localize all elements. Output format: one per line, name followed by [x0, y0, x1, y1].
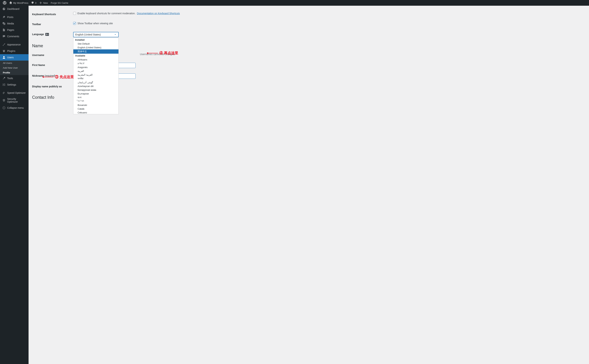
language-option[interactable]: العربية المغربية [73, 73, 119, 77]
plug-icon [2, 49, 6, 53]
sidebar-item-dashboard[interactable]: Dashboard [0, 6, 29, 12]
language-option[interactable]: Afrikaans [73, 58, 119, 61]
language-option[interactable]: Беларуская мова [73, 88, 119, 92]
purge-label: Purge SG Cache [51, 2, 68, 4]
wordpress-logo-icon [3, 1, 7, 5]
language-option[interactable]: অসমীয়া [73, 77, 119, 81]
username-label: Username [32, 50, 71, 60]
translate-icon: 文A [45, 33, 49, 36]
sidebar-label: Speed Optimizer [7, 91, 26, 94]
main-content: ③ 先点这里 ④ 再点这里 Keyboard Shortcuts Enable … [29, 6, 589, 364]
language-option[interactable]: Català [73, 107, 119, 111]
media-icon [2, 22, 6, 25]
language-option[interactable]: አማርኛ [73, 61, 119, 65]
plus-icon [39, 1, 42, 4]
toolbar-text: Show Toolbar when viewing site [77, 22, 113, 25]
users-submenu: All Users Add New User Profile [0, 61, 29, 75]
toolbar-checkbox[interactable] [73, 22, 76, 25]
language-option[interactable]: Site Default [73, 42, 119, 46]
new-item[interactable]: New [38, 0, 49, 6]
display-name-label: Display name publicly as [32, 81, 71, 91]
sidebar-item-users[interactable]: Users [0, 54, 29, 61]
sidebar-label: Settings [7, 83, 16, 86]
admin-toolbar: My WordPress 0 New Purge SG Cache [0, 0, 589, 6]
admin-sidebar: Dashboard Posts Media Pages Comments App… [0, 6, 29, 364]
home-icon [9, 1, 12, 4]
sidebar-label: Plugins [7, 50, 15, 52]
sidebar-label: Comments [7, 35, 19, 38]
sidebar-label: Security Optimizer [7, 98, 26, 103]
selected-language: English (United States) [75, 33, 101, 36]
sidebar-item-security[interactable]: Security Optimizer [0, 96, 29, 105]
username-note: Usernames cannot be changed. [140, 53, 175, 56]
wp-logo-item[interactable] [1, 0, 8, 6]
sidebar-item-plugins[interactable]: Plugins [0, 48, 29, 54]
purge-cache-item[interactable]: Purge SG Cache [49, 0, 70, 6]
sidebar-item-tools[interactable]: Tools [0, 75, 29, 81]
submenu-add-user[interactable]: Add New User [0, 65, 29, 70]
language-option[interactable]: বাংলা [73, 96, 119, 99]
sidebar-label: Collapse menu [7, 106, 24, 109]
language-select[interactable]: English (United States) Installed Site D… [73, 32, 119, 37]
sidebar-item-media[interactable]: Media [0, 20, 29, 27]
comment-icon [31, 1, 34, 4]
language-option[interactable]: English (United States) [73, 46, 119, 49]
shield-icon [2, 98, 6, 102]
comments-item[interactable]: 0 [30, 0, 38, 6]
page-icon [2, 28, 6, 32]
sliders-icon [2, 83, 6, 86]
sidebar-label: Appearance [7, 43, 21, 46]
submenu-all-users[interactable]: All Users [0, 61, 29, 65]
brush-icon [2, 43, 6, 46]
site-name-item[interactable]: My WordPress [8, 0, 30, 6]
language-option[interactable]: 简体中文 [73, 49, 119, 54]
optgroup-available: Available [73, 54, 119, 58]
user-icon [2, 56, 6, 59]
language-select-display[interactable]: English (United States) [73, 32, 119, 37]
sidebar-label: Users [7, 56, 14, 59]
sidebar-item-comments[interactable]: Comments [0, 33, 29, 39]
site-name-text: My WordPress [13, 2, 28, 4]
language-option[interactable]: Български [73, 92, 119, 96]
toolbar-label: Toolbar [32, 19, 71, 29]
first-name-label: First Name [32, 60, 71, 71]
language-option[interactable]: Aragonés [73, 65, 119, 69]
keyboard-shortcuts-doc-link[interactable]: Documentation on Keyboard Shortcuts [137, 12, 180, 15]
chevron-down-icon [114, 33, 117, 36]
collapse-icon [2, 106, 6, 110]
sidebar-label: Pages [7, 28, 14, 31]
wrench-icon [2, 77, 6, 80]
nickname-label: Nickname (required) [32, 71, 71, 81]
keyboard-shortcuts-checkbox[interactable] [73, 12, 76, 15]
language-option[interactable]: བོད་ཡིག [73, 99, 119, 103]
sidebar-label: Media [7, 22, 14, 25]
profile-form: Keyboard Shortcuts Enable keyboard short… [32, 9, 585, 40]
sidebar-label: Dashboard [7, 7, 20, 10]
comments-count: 0 [35, 2, 36, 4]
language-option[interactable]: Azərbaycan dili [73, 84, 119, 88]
sidebar-item-speed[interactable]: Speed Optimizer [0, 90, 29, 96]
rocket-icon [2, 91, 6, 95]
pin-icon [2, 15, 6, 19]
sidebar-item-settings[interactable]: Settings [0, 81, 29, 88]
sidebar-item-appearance[interactable]: Appearance [0, 41, 29, 48]
keyboard-shortcuts-label: Keyboard Shortcuts [32, 9, 71, 19]
submenu-profile[interactable]: Profile [0, 70, 29, 75]
sidebar-label: Tools [7, 77, 13, 80]
new-label: New [43, 2, 48, 4]
language-label: Language 文A [32, 29, 71, 40]
sidebar-item-pages[interactable]: Pages [0, 27, 29, 33]
language-option[interactable]: العربية [73, 69, 119, 73]
sidebar-item-posts[interactable]: Posts [0, 14, 29, 20]
sidebar-label: Posts [7, 16, 13, 19]
language-dropdown[interactable]: Installed Site DefaultEnglish (United St… [73, 38, 119, 114]
comments-icon [2, 35, 6, 38]
sidebar-item-collapse[interactable]: Collapse menu [0, 105, 29, 111]
dashboard-icon [2, 7, 6, 11]
optgroup-installed: Installed [73, 38, 119, 42]
language-option[interactable]: Cebuano [73, 111, 119, 114]
language-option[interactable]: گؤنئی آذربایجان [73, 81, 119, 84]
language-option[interactable]: Bosanski [73, 103, 119, 107]
keyboard-shortcuts-text: Enable keyboard shortcuts for comment mo… [77, 12, 135, 15]
